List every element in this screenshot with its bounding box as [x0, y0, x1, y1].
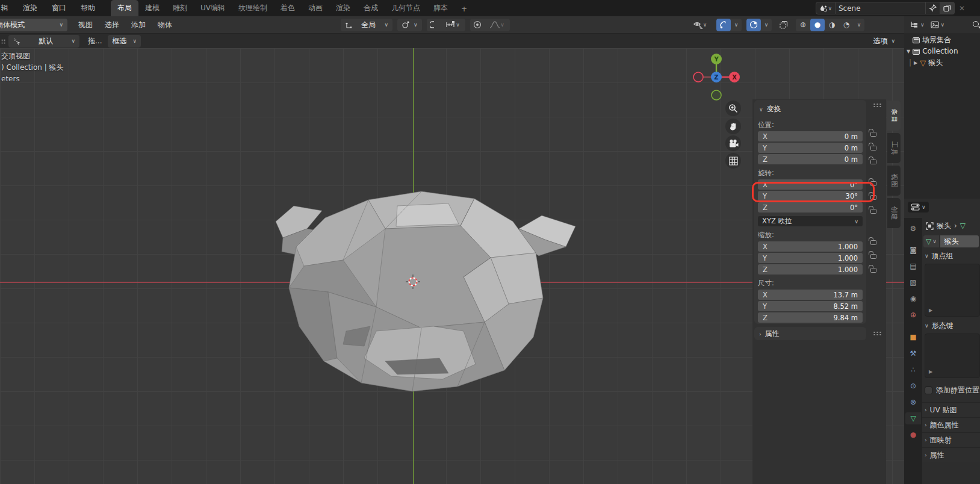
delete-scene-button[interactable]: ✕: [955, 2, 969, 14]
rotation-mode-dropdown[interactable]: XYZ 欧拉 ∨: [758, 216, 863, 226]
xray-toggle[interactable]: [777, 19, 791, 31]
lock-location-z-icon[interactable]: [870, 160, 876, 164]
overlays-settings-dropdown[interactable]: ∨: [761, 19, 772, 31]
tab-object[interactable]: ■: [905, 331, 921, 343]
snap-toggle[interactable]: [427, 19, 441, 31]
shading-material-button[interactable]: ◑: [825, 19, 839, 31]
transform-panel-title[interactable]: 变换: [767, 104, 781, 114]
location-z-field[interactable]: Z0 m: [758, 154, 863, 164]
mesh-id-dropdown[interactable]: ▽ ∨: [923, 235, 939, 247]
workspace-tab-animation[interactable]: 动画: [302, 0, 329, 16]
pan-button[interactable]: [725, 119, 741, 134]
rest-position-checkbox[interactable]: [925, 386, 932, 394]
dimensions-y-field[interactable]: Y8.52 m: [758, 301, 863, 311]
viewport-3d[interactable]: 交顶视图 ) Collection | 猴头 eters Y X Z: [0, 48, 904, 484]
npanel-tab-item[interactable]: 条目: [887, 101, 901, 131]
attributes-panel-grip[interactable]: [873, 331, 882, 335]
lock-location-x-icon[interactable]: [870, 132, 876, 137]
menu-object[interactable]: 物体: [152, 17, 178, 33]
object-visibility-dropdown[interactable]: ∨: [689, 19, 712, 31]
workspace-tab-geometry-nodes[interactable]: 几何节点: [385, 0, 427, 16]
shape-keys-list[interactable]: ▶: [925, 334, 980, 378]
toggle-perspective-button[interactable]: [725, 153, 741, 169]
outliner-row-monkey[interactable]: | ▶ ▽ 猴头: [904, 57, 980, 69]
rotation-z-field[interactable]: Z0°: [758, 202, 863, 213]
menu-view[interactable]: 视图: [72, 17, 99, 33]
menu-select[interactable]: 选择: [99, 17, 125, 33]
tab-view-layer[interactable]: ▧: [905, 276, 921, 288]
resize-triangle-icon[interactable]: ▶: [929, 369, 932, 374]
lock-rotation-y-icon[interactable]: [870, 195, 876, 200]
outliner-search-icon[interactable]: [973, 21, 979, 27]
tab-particles[interactable]: ∴: [905, 364, 921, 376]
lock-location-y-icon[interactable]: [870, 146, 876, 150]
collapse-icon[interactable]: ∨: [759, 107, 763, 113]
lock-scale-x-icon[interactable]: [870, 240, 876, 245]
workspace-tab-layout[interactable]: 布局: [111, 0, 138, 16]
tab-render[interactable]: ◙: [905, 244, 921, 256]
active-tool-dropdown[interactable]: 默认 ∨: [8, 35, 79, 48]
workspace-tab-shading[interactable]: 着色: [274, 0, 302, 16]
vertex-groups-list[interactable]: ▶: [925, 264, 980, 317]
tab-material[interactable]: ●: [905, 429, 921, 441]
properties-editor-type-dropdown[interactable]: ∨: [908, 202, 929, 213]
dimensions-x-field[interactable]: X13.7 m: [758, 290, 863, 300]
tab-constraints[interactable]: ⊗: [905, 396, 921, 408]
tab-modifiers[interactable]: ⚒: [905, 347, 921, 359]
attributes-panel-header[interactable]: › 属性: [922, 447, 980, 462]
outliner-row-scene-collection[interactable]: 场景集合: [904, 34, 980, 46]
snap-settings-dropdown[interactable]: ∨: [441, 19, 465, 31]
mode-selector[interactable]: 物体模式 ∨: [0, 19, 67, 31]
tab-scene[interactable]: ◉: [905, 293, 921, 305]
tab-physics[interactable]: ⊙: [905, 380, 921, 392]
gizmo-settings-dropdown[interactable]: ∨: [731, 19, 742, 31]
tab-world[interactable]: ⊕: [905, 309, 921, 321]
shading-settings-dropdown[interactable]: ∨: [854, 19, 864, 31]
select-box-dropdown[interactable]: 框选 ∨: [108, 35, 141, 48]
resize-triangle-icon[interactable]: ▶: [929, 308, 932, 313]
shading-solid-button[interactable]: ●: [810, 19, 825, 31]
breadcrumb-object-label[interactable]: 猴头: [937, 221, 951, 231]
workspace-tab-scripting[interactable]: 脚本: [427, 0, 454, 16]
vertex-groups-panel-header[interactable]: ∨ 顶点组: [922, 249, 980, 262]
scene-type-dropdown[interactable]: ∨: [816, 2, 836, 14]
shading-rendered-button[interactable]: ◔: [839, 19, 854, 31]
tab-object-data[interactable]: ▽: [905, 412, 921, 424]
menu-render[interactable]: 渲染: [16, 1, 45, 16]
rotation-x-field[interactable]: X0°: [758, 179, 863, 190]
show-overlays-toggle[interactable]: [746, 19, 761, 31]
expand-triangle-icon[interactable]: ▼: [907, 46, 910, 57]
scale-y-field[interactable]: Y1.000: [758, 253, 863, 263]
pivot-point-dropdown[interactable]: ∨: [397, 19, 422, 31]
transform-panel-grip[interactable]: [873, 103, 882, 107]
menu-add[interactable]: 添加: [125, 17, 152, 33]
rotation-y-field[interactable]: Y30°: [758, 191, 863, 201]
menu-help[interactable]: 帮助: [73, 1, 102, 16]
navigation-gizmo[interactable]: Y X Z: [691, 52, 742, 102]
attributes-panel[interactable]: › 属性: [754, 327, 866, 340]
proportional-falloff-dropdown[interactable]: ∨: [485, 19, 510, 31]
tab-tool[interactable]: ⚙: [905, 223, 921, 235]
outliner-row-collection[interactable]: ▼ Collection: [904, 46, 980, 57]
lock-scale-z-icon[interactable]: [870, 268, 876, 273]
camera-view-button[interactable]: [725, 135, 741, 151]
transform-orientation-dropdown[interactable]: 全局 ∨: [341, 19, 392, 31]
npanel-tab-create[interactable]: 创建: [887, 198, 901, 228]
expand-triangle-icon[interactable]: ▶: [914, 57, 917, 69]
location-x-field[interactable]: X0 m: [758, 131, 863, 141]
workspace-tab-sculpting[interactable]: 雕刻: [166, 0, 194, 16]
lock-rotation-z-icon[interactable]: [870, 209, 876, 214]
workspace-tab-texture-paint[interactable]: 纹理绘制: [232, 0, 274, 16]
scene-name-field[interactable]: Scene: [836, 2, 926, 14]
npanel-tab-tool[interactable]: 工具: [887, 133, 901, 163]
pin-scene-button[interactable]: [926, 2, 940, 14]
show-gizmo-toggle[interactable]: [716, 19, 731, 31]
lock-rotation-x-icon[interactable]: [870, 181, 876, 186]
header-grip[interactable]: [2, 39, 6, 43]
uv-maps-panel-header[interactable]: › UV 贴图: [922, 402, 980, 417]
dimensions-z-field[interactable]: Z9.84 m: [758, 312, 863, 323]
workspace-tab-uv[interactable]: UV编辑: [194, 0, 232, 16]
lock-scale-y-icon[interactable]: [870, 254, 876, 259]
menu-window[interactable]: 窗口: [45, 1, 73, 16]
color-attributes-panel-header[interactable]: › 颜色属性: [922, 417, 980, 432]
